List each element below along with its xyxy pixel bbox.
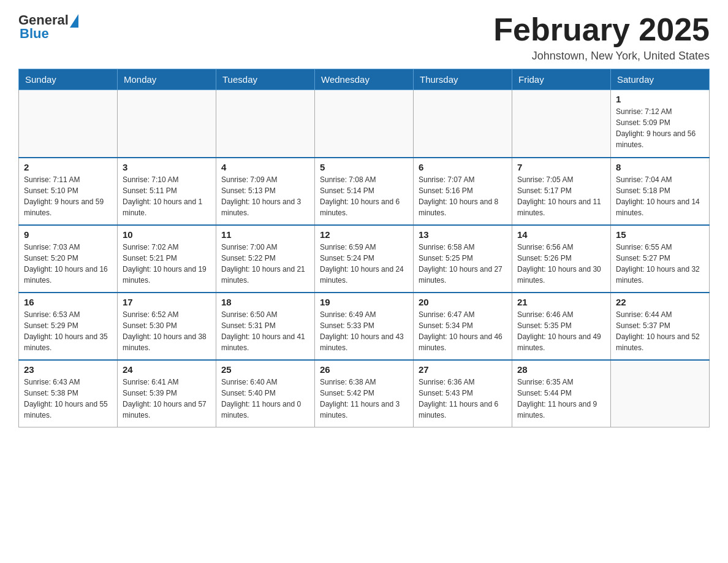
calendar-cell: [512, 90, 611, 158]
day-info: Sunrise: 6:43 AMSunset: 5:38 PMDaylight:…: [24, 377, 112, 421]
calendar-cell: 9Sunrise: 7:03 AMSunset: 5:20 PMDaylight…: [19, 225, 118, 293]
calendar-cell: 24Sunrise: 6:41 AMSunset: 5:39 PMDayligh…: [118, 360, 216, 427]
calendar-cell: [611, 360, 710, 427]
day-number: 15: [616, 229, 704, 240]
calendar-cell: 14Sunrise: 6:56 AMSunset: 5:26 PMDayligh…: [512, 225, 611, 293]
day-info: Sunrise: 7:10 AMSunset: 5:11 PMDaylight:…: [123, 174, 211, 218]
day-number: 27: [419, 364, 507, 375]
calendar-week-row: 2Sunrise: 7:11 AMSunset: 5:10 PMDaylight…: [19, 158, 710, 225]
day-info: Sunrise: 6:55 AMSunset: 5:27 PMDaylight:…: [616, 242, 704, 286]
calendar-cell: [118, 90, 216, 158]
calendar-cell: 26Sunrise: 6:38 AMSunset: 5:42 PMDayligh…: [315, 360, 414, 427]
calendar-cell: 16Sunrise: 6:53 AMSunset: 5:29 PMDayligh…: [19, 293, 118, 360]
logo-triangle-icon: [70, 14, 78, 28]
day-info: Sunrise: 6:36 AMSunset: 5:43 PMDaylight:…: [419, 377, 507, 421]
day-number: 10: [123, 229, 211, 240]
weekday-header: Thursday: [414, 69, 512, 90]
day-number: 20: [419, 297, 507, 307]
calendar-cell: 19Sunrise: 6:49 AMSunset: 5:33 PMDayligh…: [315, 293, 414, 360]
calendar-cell: 6Sunrise: 7:07 AMSunset: 5:16 PMDaylight…: [414, 158, 512, 225]
location-text: Johnstown, New York, United States: [493, 50, 710, 63]
calendar-cell: 17Sunrise: 6:52 AMSunset: 5:30 PMDayligh…: [118, 293, 216, 360]
day-info: Sunrise: 6:44 AMSunset: 5:37 PMDaylight:…: [616, 309, 704, 353]
month-title: February 2025: [493, 12, 710, 47]
day-info: Sunrise: 7:08 AMSunset: 5:14 PMDaylight:…: [320, 174, 408, 218]
day-number: 19: [320, 297, 408, 307]
day-info: Sunrise: 6:46 AMSunset: 5:35 PMDaylight:…: [517, 309, 605, 353]
day-info: Sunrise: 6:47 AMSunset: 5:34 PMDaylight:…: [419, 309, 507, 353]
calendar-cell: 12Sunrise: 6:59 AMSunset: 5:24 PMDayligh…: [315, 225, 414, 293]
day-info: Sunrise: 6:49 AMSunset: 5:33 PMDaylight:…: [320, 309, 408, 353]
day-number: 28: [517, 364, 605, 375]
day-number: 24: [123, 364, 211, 375]
day-info: Sunrise: 6:38 AMSunset: 5:42 PMDaylight:…: [320, 377, 408, 421]
calendar-cell: 2Sunrise: 7:11 AMSunset: 5:10 PMDaylight…: [19, 158, 118, 225]
calendar-cell: [315, 90, 414, 158]
day-info: Sunrise: 7:05 AMSunset: 5:17 PMDaylight:…: [517, 174, 605, 218]
day-number: 23: [24, 364, 112, 375]
calendar-week-row: 1Sunrise: 7:12 AMSunset: 5:09 PMDaylight…: [19, 90, 710, 158]
day-number: 21: [517, 297, 605, 307]
day-number: 25: [221, 364, 309, 375]
day-number: 9: [24, 229, 112, 240]
day-number: 22: [616, 297, 704, 307]
day-number: 3: [123, 162, 211, 172]
day-info: Sunrise: 6:53 AMSunset: 5:29 PMDaylight:…: [24, 309, 112, 353]
day-info: Sunrise: 6:52 AMSunset: 5:30 PMDaylight:…: [123, 309, 211, 353]
calendar-cell: [216, 90, 315, 158]
day-info: Sunrise: 6:50 AMSunset: 5:31 PMDaylight:…: [221, 309, 309, 353]
weekday-header-row: SundayMondayTuesdayWednesdayThursdayFrid…: [19, 69, 710, 90]
day-number: 2: [24, 162, 112, 172]
day-number: 7: [517, 162, 605, 172]
day-info: Sunrise: 7:07 AMSunset: 5:16 PMDaylight:…: [419, 174, 507, 218]
weekday-header: Saturday: [611, 69, 710, 90]
calendar-cell: 1Sunrise: 7:12 AMSunset: 5:09 PMDaylight…: [611, 90, 710, 158]
day-info: Sunrise: 6:58 AMSunset: 5:25 PMDaylight:…: [419, 242, 507, 286]
day-info: Sunrise: 7:09 AMSunset: 5:13 PMDaylight:…: [221, 174, 309, 218]
calendar-cell: [414, 90, 512, 158]
day-info: Sunrise: 6:35 AMSunset: 5:44 PMDaylight:…: [517, 377, 605, 421]
day-info: Sunrise: 6:41 AMSunset: 5:39 PMDaylight:…: [123, 377, 211, 421]
calendar-cell: [19, 90, 118, 158]
calendar-cell: 28Sunrise: 6:35 AMSunset: 5:44 PMDayligh…: [512, 360, 611, 427]
calendar-cell: 3Sunrise: 7:10 AMSunset: 5:11 PMDaylight…: [118, 158, 216, 225]
day-number: 4: [221, 162, 309, 172]
day-number: 8: [616, 162, 704, 172]
calendar-cell: 20Sunrise: 6:47 AMSunset: 5:34 PMDayligh…: [414, 293, 512, 360]
calendar-cell: 23Sunrise: 6:43 AMSunset: 5:38 PMDayligh…: [19, 360, 118, 427]
day-info: Sunrise: 7:03 AMSunset: 5:20 PMDaylight:…: [24, 242, 112, 286]
day-number: 1: [616, 94, 704, 104]
calendar-cell: 4Sunrise: 7:09 AMSunset: 5:13 PMDaylight…: [216, 158, 315, 225]
weekday-header: Monday: [118, 69, 216, 90]
day-info: Sunrise: 7:02 AMSunset: 5:21 PMDaylight:…: [123, 242, 211, 286]
day-info: Sunrise: 6:59 AMSunset: 5:24 PMDaylight:…: [320, 242, 408, 286]
day-number: 6: [419, 162, 507, 172]
day-number: 26: [320, 364, 408, 375]
day-info: Sunrise: 7:04 AMSunset: 5:18 PMDaylight:…: [616, 174, 704, 218]
day-number: 12: [320, 229, 408, 240]
calendar-cell: 10Sunrise: 7:02 AMSunset: 5:21 PMDayligh…: [118, 225, 216, 293]
calendar-cell: 27Sunrise: 6:36 AMSunset: 5:43 PMDayligh…: [414, 360, 512, 427]
day-number: 14: [517, 229, 605, 240]
calendar-cell: 18Sunrise: 6:50 AMSunset: 5:31 PMDayligh…: [216, 293, 315, 360]
logo: General Blue: [18, 12, 78, 42]
calendar-cell: 22Sunrise: 6:44 AMSunset: 5:37 PMDayligh…: [611, 293, 710, 360]
calendar-cell: 5Sunrise: 7:08 AMSunset: 5:14 PMDaylight…: [315, 158, 414, 225]
day-info: Sunrise: 7:12 AMSunset: 5:09 PMDaylight:…: [616, 106, 704, 150]
page-header: General Blue February 2025 Johnstown, Ne…: [18, 12, 710, 63]
day-number: 16: [24, 297, 112, 307]
weekday-header: Friday: [512, 69, 611, 90]
weekday-header: Sunday: [19, 69, 118, 90]
logo-blue-text: Blue: [20, 26, 49, 42]
title-section: February 2025 Johnstown, New York, Unite…: [493, 12, 710, 63]
day-number: 18: [221, 297, 309, 307]
day-number: 13: [419, 229, 507, 240]
day-number: 5: [320, 162, 408, 172]
calendar-cell: 8Sunrise: 7:04 AMSunset: 5:18 PMDaylight…: [611, 158, 710, 225]
calendar-cell: 7Sunrise: 7:05 AMSunset: 5:17 PMDaylight…: [512, 158, 611, 225]
calendar-cell: 13Sunrise: 6:58 AMSunset: 5:25 PMDayligh…: [414, 225, 512, 293]
calendar-cell: 15Sunrise: 6:55 AMSunset: 5:27 PMDayligh…: [611, 225, 710, 293]
day-info: Sunrise: 7:11 AMSunset: 5:10 PMDaylight:…: [24, 174, 112, 218]
calendar-cell: 11Sunrise: 7:00 AMSunset: 5:22 PMDayligh…: [216, 225, 315, 293]
calendar-cell: 21Sunrise: 6:46 AMSunset: 5:35 PMDayligh…: [512, 293, 611, 360]
